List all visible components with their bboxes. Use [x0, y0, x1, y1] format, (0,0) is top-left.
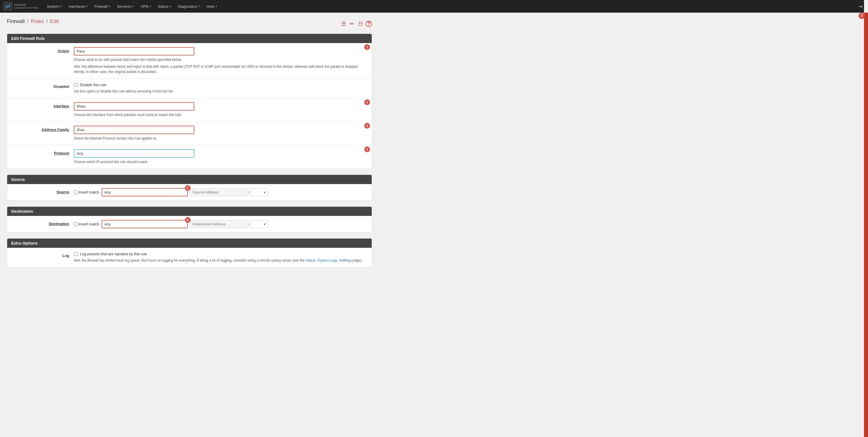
disabled-row: Disabled Disable this rule Set this opti…	[7, 79, 372, 98]
action-row: Action Pass Block Reject 1 Choose what t…	[7, 43, 372, 79]
source-badge: 5	[185, 185, 191, 191]
protocol-content: Any TCP UDP TCP/UDP ICMP 4 Choose which …	[74, 149, 367, 164]
caret-icon: ▾	[86, 5, 88, 8]
edit-firewall-rule-card: Edit Firewall Rule Action Pass Block Rej…	[7, 34, 372, 169]
nav-firewall[interactable]: Firewall ▾	[92, 3, 113, 10]
brand-text: pfSense COMMUNITY EDITION	[14, 3, 38, 9]
page-container: Firewall / Rules / Edit ☰ ✏ ☷ ? Edit Fir…	[0, 12, 379, 279]
breadcrumb-firewall: Firewall	[7, 19, 25, 24]
address-family-badge: 3	[364, 123, 370, 129]
help-icon[interactable]: ?	[366, 21, 372, 27]
source-cidr-wrapper	[251, 188, 268, 196]
breadcrumb-rules[interactable]: Rules	[31, 19, 44, 24]
scrollbar-thumb	[864, 12, 868, 279]
action-select-wrapper: Pass Block Reject 1	[74, 47, 367, 55]
brand: pf pfSense COMMUNITY EDITION	[3, 2, 38, 10]
log-checkbox[interactable]	[74, 252, 78, 256]
source-content: Invert match Any Single host or alias Ne…	[74, 188, 367, 196]
address-family-select-wrapper: IPv4 IPv6 IPv4+IPv6 3	[74, 126, 367, 134]
destination-content: Invert match Any Single host or alias Ne…	[74, 220, 367, 228]
nav-help[interactable]: Help ▾	[204, 3, 220, 10]
caret-icon: ▾	[108, 5, 110, 8]
scroll-badge: 7	[859, 12, 865, 19]
scrollbar[interactable]: 7	[864, 0, 868, 279]
disabled-label: Disabled	[12, 83, 69, 89]
log-row: Log Log packets that are handled by this…	[7, 248, 372, 267]
source-invert-checkbox[interactable]	[74, 190, 78, 194]
protocol-select-wrapper: Any TCP UDP TCP/UDP ICMP 4	[74, 149, 367, 158]
destination-type-select[interactable]: Any Single host or alias Network LAN sub…	[102, 220, 188, 228]
nav-diagnostics[interactable]: Diagnostics ▾	[175, 3, 203, 10]
nav-services[interactable]: Services ▾	[114, 3, 136, 10]
disabled-content: Disable this rule Set this option to dis…	[74, 83, 367, 94]
destination-label: Destination	[12, 220, 69, 226]
action-help1: Choose what to do with packets that matc…	[74, 57, 367, 62]
address-family-help: Select the Internet Protocol version thi…	[74, 136, 367, 141]
disabled-checkbox-row: Disable this rule	[74, 83, 367, 87]
logout-icon[interactable]: ⇥	[856, 3, 865, 10]
breadcrumb: Firewall / Rules / Edit	[7, 19, 59, 24]
source-cidr-select[interactable]	[251, 188, 268, 196]
address-family-content: IPv4 IPv6 IPv4+IPv6 3 Select the Interne…	[74, 126, 367, 141]
section-header-destination: Destination	[7, 207, 372, 216]
destination-cidr-wrapper	[251, 220, 268, 228]
interface-help: Choose the interface from which packets …	[74, 112, 367, 118]
source-invert-label: Invert match	[79, 190, 99, 194]
log-help-link[interactable]: Status: System Logs: Settings	[306, 258, 352, 262]
caret-icon: ▾	[198, 5, 200, 8]
log-content: Log packets that are handled by this rul…	[74, 252, 367, 263]
caret-icon: ▾	[132, 5, 134, 8]
source-label: Source	[12, 188, 69, 194]
log-checkbox-row: Log packets that are handled by this rul…	[74, 252, 367, 256]
chart-icon[interactable]: ✏	[349, 20, 355, 28]
address-family-select[interactable]: IPv4 IPv6 IPv4+IPv6	[74, 126, 194, 134]
interface-badge: 2	[364, 99, 370, 105]
interface-select-wrapper: IPsec WAN LAN OPT1 2	[74, 102, 367, 111]
interface-select[interactable]: IPsec WAN LAN OPT1	[74, 102, 194, 111]
action-badge: 1	[364, 44, 370, 50]
interface-row: Interface IPsec WAN LAN OPT1 2 Choose th…	[7, 98, 372, 122]
source-type-select[interactable]: Any Single host or alias Network LAN sub…	[102, 188, 188, 196]
nav-interfaces[interactable]: Interfaces ▾	[66, 3, 90, 10]
breadcrumb-edit[interactable]: Edit	[50, 19, 59, 24]
nav-system[interactable]: System ▾	[44, 3, 65, 10]
address-family-row: Address Family IPv4 IPv6 IPv4+IPv6 3 Sel…	[7, 122, 372, 145]
protocol-select[interactable]: Any TCP UDP TCP/UDP ICMP	[74, 149, 194, 158]
destination-cidr-select[interactable]	[251, 220, 268, 228]
source-card: Source Source Invert match Any Single ho…	[7, 175, 372, 201]
interface-content: IPsec WAN LAN OPT1 2 Choose the interfac…	[74, 102, 367, 118]
nav-vpn[interactable]: VPN ▾	[138, 3, 154, 10]
caret-icon: ▾	[60, 5, 62, 8]
source-invert-check: Invert match	[74, 190, 99, 194]
destination-invert-checkbox[interactable]	[74, 222, 78, 226]
nav-status[interactable]: Status ▾	[155, 3, 174, 10]
action-select[interactable]: Pass Block Reject	[74, 47, 194, 55]
section-header-extra: Extra Options	[7, 239, 372, 248]
logo: pf	[3, 2, 12, 10]
navbar-right: ⇥	[856, 3, 865, 10]
protocol-help: Choose which IP protocol this rule shoul…	[74, 159, 367, 164]
source-row: Source Invert match Any Single host or a…	[7, 184, 372, 200]
destination-badge: 6	[185, 217, 191, 223]
disabled-checkbox-label: Disable this rule	[80, 83, 106, 87]
destination-invert-label: Invert match	[79, 222, 99, 226]
filter-icon[interactable]: ☰	[340, 20, 347, 28]
destination-input-row: Invert match Any Single host or alias Ne…	[74, 220, 367, 228]
destination-invert-check: Invert match	[74, 222, 99, 226]
action-help2: Hint: the difference between block and r…	[74, 64, 367, 74]
disabled-checkbox[interactable]	[74, 83, 78, 87]
destination-address-input[interactable]	[190, 220, 247, 228]
action-label: Action	[12, 47, 69, 53]
destination-row: Destination Invert match Any Single host…	[7, 216, 372, 232]
protocol-label: Protocol	[12, 149, 69, 155]
action-content: Pass Block Reject 1 Choose what to do wi…	[74, 47, 367, 74]
caret-icon: ▾	[150, 5, 151, 8]
source-address-input[interactable]	[190, 188, 247, 196]
source-input-row: Invert match Any Single host or alias Ne…	[74, 188, 367, 196]
table-icon[interactable]: ☷	[357, 20, 364, 28]
destination-card: Destination Destination Invert match Any…	[7, 207, 372, 232]
protocol-row: Protocol Any TCP UDP TCP/UDP ICMP 4 Choo…	[7, 145, 372, 168]
address-family-label: Address Family	[12, 126, 69, 132]
caret-icon: ▾	[216, 5, 217, 8]
log-help: Hint: the firewall has limited local log…	[74, 258, 367, 263]
